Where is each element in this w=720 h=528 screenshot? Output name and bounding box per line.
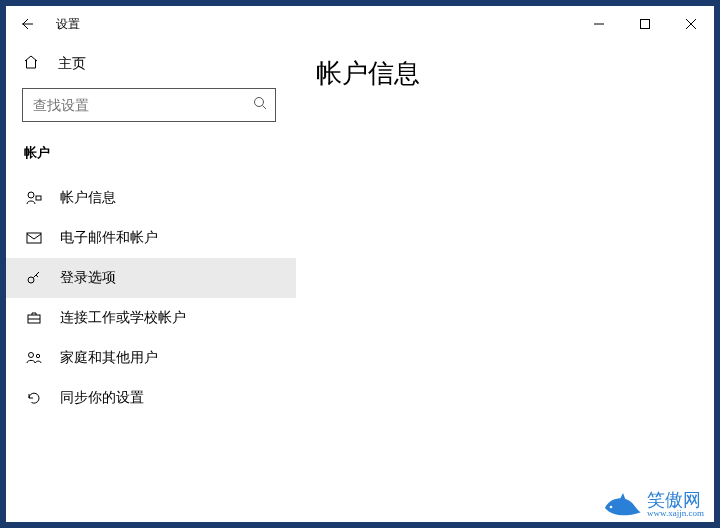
svg-point-9 (28, 277, 34, 283)
people-icon (24, 350, 44, 366)
search-box[interactable] (22, 88, 276, 122)
svg-rect-7 (36, 196, 41, 200)
home-label: 主页 (58, 55, 86, 73)
maximize-button[interactable] (622, 8, 668, 40)
section-header: 帐户 (6, 140, 296, 172)
home-icon (22, 54, 40, 74)
app-window: 设置 主页 (0, 0, 720, 528)
nav-item-label: 登录选项 (60, 269, 116, 287)
nav-item-sync[interactable]: 同步你的设置 (6, 378, 296, 418)
watermark-url: www.xajjn.com (647, 509, 704, 518)
minimize-icon (594, 19, 604, 29)
nav-item-label: 连接工作或学校帐户 (60, 309, 186, 327)
search-input[interactable] (31, 96, 253, 114)
svg-point-4 (255, 98, 264, 107)
briefcase-icon (24, 310, 44, 326)
watermark: 笑傲网 www.xajjn.com (601, 490, 704, 518)
maximize-icon (640, 19, 650, 29)
minimize-button[interactable] (576, 8, 622, 40)
main-content: 帐户信息 (296, 42, 714, 522)
nav-item-label: 同步你的设置 (60, 389, 144, 407)
nav-item-label: 帐户信息 (60, 189, 116, 207)
sync-icon (24, 390, 44, 406)
watermark-text: 笑傲网 (647, 491, 704, 509)
nav-item-account-info[interactable]: 帐户信息 (6, 178, 296, 218)
nav-item-work-school[interactable]: 连接工作或学校帐户 (6, 298, 296, 338)
svg-line-5 (263, 106, 267, 110)
shark-icon (601, 490, 643, 518)
sidebar: 主页 帐户 帐户信息 (6, 42, 296, 522)
person-badge-icon (24, 190, 44, 206)
nav-item-label: 家庭和其他用户 (60, 349, 158, 367)
close-icon (686, 19, 696, 29)
window-controls (576, 8, 714, 40)
nav-item-sign-in-options[interactable]: 登录选项 (6, 258, 296, 298)
page-title: 帐户信息 (316, 56, 694, 91)
svg-rect-1 (641, 20, 650, 29)
nav-item-family[interactable]: 家庭和其他用户 (6, 338, 296, 378)
svg-point-13 (36, 354, 39, 357)
key-icon (24, 270, 44, 286)
close-button[interactable] (668, 8, 714, 40)
nav-item-email[interactable]: 电子邮件和帐户 (6, 218, 296, 258)
home-button[interactable]: 主页 (6, 46, 296, 82)
window-title: 设置 (56, 16, 80, 33)
mail-icon (24, 230, 44, 246)
titlebar: 设置 (6, 6, 714, 42)
svg-point-12 (29, 353, 34, 358)
svg-rect-8 (27, 233, 41, 243)
svg-point-14 (610, 506, 613, 509)
search-icon (253, 96, 267, 114)
svg-point-6 (28, 192, 34, 198)
nav-list: 帐户信息 电子邮件和帐户 登录选项 (6, 178, 296, 418)
arrow-left-icon (18, 16, 34, 32)
nav-item-label: 电子邮件和帐户 (60, 229, 158, 247)
back-button[interactable] (12, 10, 40, 38)
